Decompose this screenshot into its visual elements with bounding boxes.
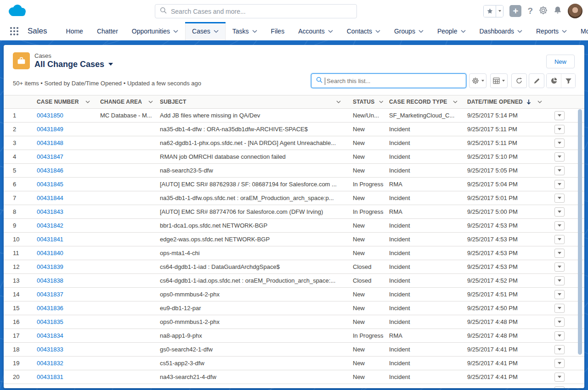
table-row[interactable]: 17 00431834 na8-app1-9-phx In Progress R… <box>4 329 584 343</box>
case-number-link[interactable]: 00431846 <box>37 167 63 174</box>
case-record-type-header[interactable]: CASE RECORD TYPE <box>384 95 462 108</box>
table-row[interactable]: 15 00431836 eu9-db1-12-par New Incident … <box>4 301 584 315</box>
table-row[interactable]: 2 00431849 na35-db1-4-dfw : ORA-na35db1d… <box>4 123 584 136</box>
new-button[interactable]: New <box>546 55 575 68</box>
case-number-link[interactable]: 00431843 <box>37 208 63 215</box>
row-actions-button[interactable] <box>554 304 565 313</box>
notifications-bell-icon[interactable] <box>554 6 562 16</box>
case-number-link[interactable]: 00431850 <box>37 112 63 119</box>
case-number-link[interactable]: 00431833 <box>37 346 63 353</box>
table-row[interactable]: 14 00431837 ops0-mmmbus4-2-phx New Incid… <box>4 288 584 301</box>
table-row[interactable]: 6 00431845 [AUTO] EMC SR# 88762938 / SF:… <box>4 178 584 191</box>
case-number-link[interactable]: 00431831 <box>37 373 63 380</box>
case-number-link[interactable]: 00431838 <box>37 277 63 284</box>
status-header[interactable]: STATUS <box>347 95 384 108</box>
row-actions-button[interactable] <box>554 125 565 134</box>
row-actions-button[interactable] <box>554 331 565 340</box>
case-number-link[interactable]: 00431834 <box>37 332 63 339</box>
table-row[interactable]: 4 00431847 RMAN job OMRCHI database conn… <box>4 150 584 164</box>
nav-tab[interactable]: Tasks <box>226 22 264 40</box>
row-actions-button[interactable] <box>554 318 565 327</box>
case-number-header[interactable]: CASE NUMBER <box>32 95 94 108</box>
table-row[interactable]: 7 00431844 na35-db1-1-dfw.ops.sfdc.net :… <box>4 191 584 205</box>
case-number-link[interactable]: 00431836 <box>37 305 63 312</box>
list-view-selector[interactable]: All Change Cases <box>34 59 113 69</box>
table-row[interactable]: 1 00431850 MC Database - M... Add JB fil… <box>4 109 584 123</box>
table-row[interactable]: 16 00431835 ops0-mmmbus1-2-phx New Incid… <box>4 315 584 329</box>
nav-tab[interactable]: Files <box>264 22 292 40</box>
row-actions-button[interactable] <box>554 373 565 382</box>
nav-tab[interactable]: Reports <box>529 22 574 40</box>
row-actions-button[interactable] <box>554 290 565 299</box>
row-actions-button[interactable] <box>554 386 565 389</box>
list-search-input[interactable] <box>327 78 466 84</box>
change-area-header[interactable]: CHANGE AREA <box>94 95 154 108</box>
case-number-link[interactable]: 00431832 <box>37 360 63 367</box>
user-avatar[interactable] <box>568 4 582 18</box>
row-actions-button[interactable] <box>554 249 565 258</box>
row-actions-button[interactable] <box>554 152 565 162</box>
table-row[interactable]: 10 00431841 edge2-was.ops.sfdc.net NETWO… <box>4 233 584 246</box>
subject-header[interactable]: SUBJECT <box>154 95 347 108</box>
favorites-button[interactable] <box>484 6 496 17</box>
row-actions-button[interactable] <box>554 235 565 244</box>
app-launcher-icon[interactable] <box>9 22 19 40</box>
row-actions-button[interactable] <box>554 139 565 148</box>
table-row[interactable]: 5 00431846 na8-search23-5-dfw New Incide… <box>4 164 584 178</box>
help-icon[interactable]: ? <box>527 6 533 16</box>
nav-tab[interactable]: Home <box>59 22 90 40</box>
setup-gear-icon[interactable] <box>539 6 548 17</box>
row-actions-button[interactable] <box>554 194 565 203</box>
scrollbar-thumb[interactable] <box>578 109 582 355</box>
row-actions-button[interactable] <box>554 111 565 120</box>
nav-tab[interactable]: Opportunities <box>125 22 185 40</box>
table-row[interactable]: 9 00431842 bbr1-dca1.ops.sfdc.net NETWOR… <box>4 219 584 233</box>
table-row[interactable]: 18 00431833 gs0-search42-1-dfw New Incid… <box>4 343 584 357</box>
nav-tab[interactable]: Chatter <box>90 22 125 40</box>
table-row[interactable]: 3 00431848 na62-dgdb1-1-phx.ops.sfdc.net… <box>4 136 584 150</box>
nav-tab[interactable]: Groups <box>387 22 430 40</box>
case-number-link[interactable]: 00431837 <box>37 291 63 298</box>
table-row[interactable]: 21 00431830 cs60-db#1-4-chx.ops.sfdc.net… <box>4 384 584 388</box>
case-number-link[interactable]: 00431842 <box>37 222 63 229</box>
row-actions-button[interactable] <box>554 207 565 217</box>
table-row[interactable]: 12 00431839 cs64-dgdb1-1-iad : DataGuard… <box>4 260 584 274</box>
edit-button[interactable] <box>529 73 544 88</box>
case-number-link[interactable]: 00431830 <box>37 387 63 388</box>
row-actions-button[interactable] <box>554 180 565 189</box>
charts-button[interactable] <box>547 74 561 88</box>
date-time-opened-header[interactable]: DATE/TIME OPENED <box>462 95 549 108</box>
favorites-menu-button[interactable] <box>496 6 503 17</box>
row-actions-button[interactable] <box>554 345 565 354</box>
case-number-link[interactable]: 00431840 <box>37 250 63 256</box>
table-row[interactable]: 20 00431831 na43-search21-4-dfw New Inci… <box>4 370 584 384</box>
list-search-box[interactable] <box>311 73 466 88</box>
case-number-link[interactable]: 00431835 <box>37 318 63 325</box>
row-actions-button[interactable] <box>554 276 565 285</box>
nav-tab[interactable]: People <box>430 22 473 40</box>
case-number-link[interactable]: 00431849 <box>37 126 63 133</box>
global-search[interactable] <box>155 4 357 18</box>
case-number-link[interactable]: 00431845 <box>37 181 63 188</box>
case-number-link[interactable]: 00431847 <box>37 153 63 160</box>
filter-button[interactable] <box>561 74 575 88</box>
nav-tab[interactable]: Cases <box>185 22 226 40</box>
display-as-button[interactable] <box>490 73 508 88</box>
row-actions-button[interactable] <box>554 166 565 175</box>
table-row[interactable]: 8 00431843 [AUTO] EMC SR# 88774706 for S… <box>4 205 584 219</box>
refresh-button[interactable] <box>511 73 527 88</box>
case-number-link[interactable]: 00431844 <box>37 195 63 201</box>
table-row[interactable]: 19 00431832 cs51-app2-3-dfw New Incident… <box>4 357 584 370</box>
row-actions-button[interactable] <box>554 262 565 272</box>
nav-tab[interactable]: Contacts <box>340 22 387 40</box>
vertical-scrollbar[interactable] <box>578 109 582 387</box>
table-row[interactable]: 11 00431840 ops-mta1-4-chi New Incident … <box>4 246 584 260</box>
list-view-controls-button[interactable] <box>469 73 486 88</box>
nav-tab[interactable]: Accounts <box>291 22 340 40</box>
nav-tab[interactable]: Dashboards <box>473 22 530 40</box>
case-number-link[interactable]: 00431839 <box>37 263 63 270</box>
table-row[interactable]: 13 00431838 cs64-dgdb1-1-iad.ops.sfdc.ne… <box>4 274 584 288</box>
row-actions-button[interactable] <box>554 359 565 368</box>
global-actions-button[interactable]: + <box>509 5 521 17</box>
case-number-link[interactable]: 00431841 <box>37 236 63 243</box>
